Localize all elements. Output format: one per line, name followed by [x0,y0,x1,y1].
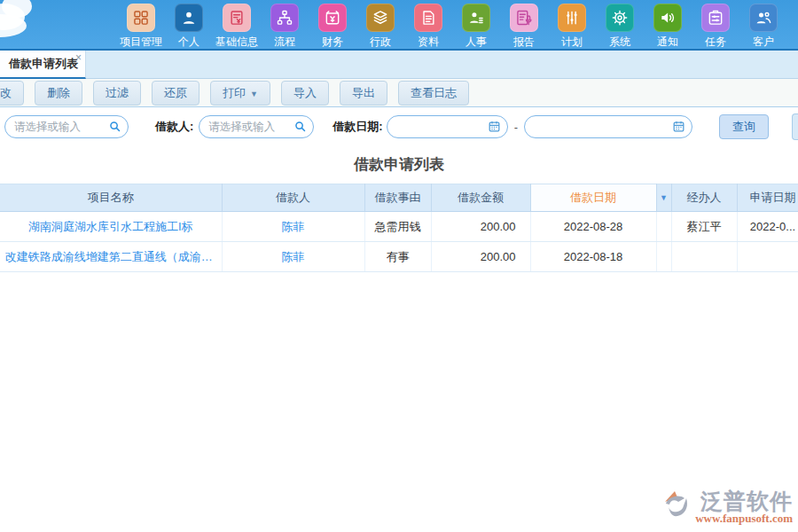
calendar-icon[interactable] [672,120,685,133]
nav-item-task[interactable]: 任务 [693,4,738,50]
cell-handler [671,242,737,272]
search-icon[interactable] [293,120,307,133]
import-button[interactable]: 导入 [281,81,329,106]
sliders-icon [558,4,586,32]
watermark: 泛普软件 www.fanpusoft.com [662,489,793,525]
nav-item-report[interactable]: 报告 [502,4,546,50]
nav-label: 行政 [370,35,391,50]
nav-item-notification[interactable]: 通知 [645,4,690,50]
page-title: 借款申请列表 [0,154,798,175]
export-button[interactable]: 导出 [340,81,387,106]
table-header-row: 项目名称 借款人 借款事由 借款金额 借款日期 ▼ 经办人 申请日期 [0,184,798,212]
sort-dropdown-icon[interactable]: ▼ [656,184,671,212]
nav-label: 个人 [178,35,200,50]
nav-label: 计划 [561,35,583,50]
cell-apply-date [737,242,798,272]
print-dropdown-button[interactable]: 打印▼ [210,81,270,106]
col-header-apply-date[interactable]: 申请日期 [737,184,798,212]
cell-sort-spacer [656,242,671,272]
print-label: 打印 [223,86,246,99]
grid-icon [127,4,155,32]
cell-handler: 蔡江平 [671,212,737,242]
loan-date-end-input[interactable] [524,115,692,138]
date-range-separator: - [514,121,518,134]
tab-loan-application-list[interactable]: 借款申请列表 × [0,51,86,79]
filter-button[interactable]: 过滤 [93,81,141,106]
col-header-project-name[interactable]: 项目名称 [0,184,222,212]
nav-item-basic-info[interactable]: 基础信息 [215,4,259,50]
borrower-label: 借款人: [155,119,193,135]
nav-label: 资料 [418,35,439,50]
cell-borrower[interactable]: 陈菲 [222,242,364,272]
restore-button[interactable]: 还原 [152,81,200,106]
cell-loan-date: 2022-08-18 [530,242,656,272]
cell-amount: 200.00 [431,242,530,272]
close-icon[interactable]: × [75,51,82,64]
nav-label: 项目管理 [120,35,162,50]
query-button[interactable]: 查询 [719,114,769,139]
nav-item-system[interactable]: 系统 [598,4,642,50]
nav-label: 客户 [753,35,774,50]
loan-date-label: 借款日期: [332,119,382,135]
col-header-loan-date[interactable]: 借款日期 [530,184,656,212]
filter-bar: 借款人: 借款日期: - 查询 [0,107,798,146]
person-list-icon [462,4,490,32]
cell-project-name[interactable]: 改建铁路成渝线增建第二直通线（成渝枢... [0,242,222,272]
col-header-borrower[interactable]: 借款人 [222,184,364,212]
calendar-icon[interactable] [488,120,501,133]
tab-bar: 借款申请列表 × [0,51,798,79]
cell-borrower[interactable]: 陈菲 [222,212,364,242]
col-header-handler[interactable]: 经办人 [671,184,737,212]
table-row[interactable]: 湖南洞庭湖水库引水工程施工I标 陈菲 急需用钱 200.00 2022-08-2… [0,212,798,242]
nav-label: 人事 [466,35,487,50]
nav-label: 财务 [322,35,343,50]
cell-apply-date: 2022-0... [737,212,798,242]
nav-item-customer[interactable]: 客户 [741,4,786,50]
top-header: 项目管理 个人 基础信息 流程 [0,0,798,51]
main-nav: 项目管理 个人 基础信息 流程 [119,4,786,50]
search-icon[interactable] [108,120,121,133]
nav-label: 基础信息 [215,35,258,50]
cell-sort-spacer [656,212,671,242]
scrollbar-thumb[interactable] [792,113,798,140]
app-window: 项目管理 个人 基础信息 流程 [0,0,798,532]
project-search-wrap [4,115,129,138]
document-yen-icon [223,4,251,32]
nav-item-plan[interactable]: 计划 [550,4,594,50]
view-log-button[interactable]: 查看日志 [398,81,469,106]
nav-item-finance[interactable]: 财务 [310,4,355,50]
task-box-icon [701,4,730,32]
nav-item-materials[interactable]: 资料 [406,4,450,50]
user-icon [175,4,203,32]
nav-label: 报告 [513,35,535,50]
cell-loan-date: 2022-08-28 [530,212,656,242]
nav-label: 任务 [705,35,726,50]
cell-reason: 急需用钱 [364,212,431,242]
nav-label: 流程 [274,35,295,50]
loan-date-start-wrap [387,115,508,138]
project-link[interactable]: 湖南洞庭湖水库引水工程施工I标 [28,219,193,235]
borrower-search-wrap [199,115,314,138]
nav-item-process[interactable]: 流程 [262,4,307,50]
nav-item-hr[interactable]: 人事 [454,4,498,50]
table-row[interactable]: 改建铁路成渝线增建第二直通线（成渝枢... 陈菲 有事 200.00 2022-… [0,242,798,272]
col-header-reason[interactable]: 借款事由 [364,184,431,212]
nav-item-personal[interactable]: 个人 [167,4,211,50]
customers-icon [749,4,778,32]
cell-amount: 200.00 [431,212,530,242]
cell-reason: 有事 [364,242,431,272]
report-mic-icon [510,4,538,32]
watermark-text: 泛普软件 www.fanpusoft.com [695,489,793,525]
modify-button[interactable]: 改 [0,81,24,106]
nav-item-administration[interactable]: 行政 [358,4,403,50]
nav-label: 系统 [609,35,630,50]
nav-item-project-management[interactable]: 项目管理 [119,4,163,50]
cell-project-name[interactable]: 湖南洞庭湖水库引水工程施工I标 [0,212,222,242]
delete-button[interactable]: 删除 [35,81,82,106]
project-link[interactable]: 改建铁路成渝线增建第二直通线（成渝枢... [5,249,216,265]
tab-label: 借款申请列表 [9,56,78,72]
col-header-amount[interactable]: 借款金额 [431,184,530,212]
watermark-brand: 泛普软件 [700,489,793,512]
toolbar: 改 删除 过滤 还原 打印▼ 导入 导出 查看日志 [0,79,798,107]
gear-icon [606,4,634,32]
